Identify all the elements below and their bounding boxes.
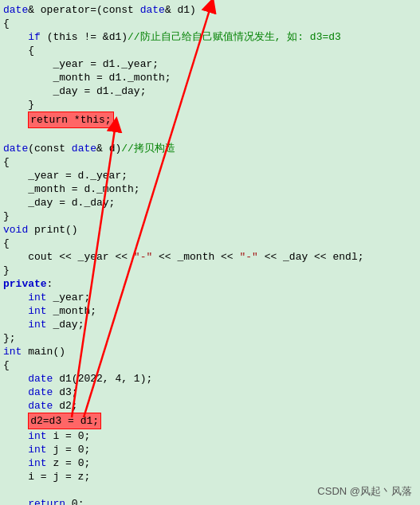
code-line-23: int _month; [0,304,420,318]
code-line-13: _year = d._year; [0,169,420,182]
code-container: date& operator=(const date& d1) { if (th… [0,0,420,505]
code-line-5: _year = d1._year; [0,57,420,71]
code-line-7: _day = d1._day; [0,84,420,98]
code-line-6: _month = d1._month; [0,71,420,84]
code-line-16: } [0,209,420,223]
code-line-31: d2=d3 = d1; [0,413,420,429]
code-line-32: int i = 0; [0,429,420,443]
code-line-35: i = j = z; [0,470,420,483]
code-line-22: int _year; [0,291,420,304]
code-line-15: _day = d._day; [0,196,420,209]
code-line-1: date& operator=(const date& d1) [0,3,420,17]
code-line-12: { [0,155,420,169]
code-line-28: date d1(2022, 4, 1); [0,372,420,386]
code-line-29: date d3; [0,386,420,399]
code-line-24: int _day; [0,318,420,331]
code-line-11: date(const date& d)//拷贝构造 [0,142,420,155]
code-line-20: } [0,264,420,277]
code-line-9: return *this; [0,112,420,128]
code-line-10 [0,128,420,142]
code-line-26: int main() [0,345,420,358]
code-line-8: } [0,98,420,112]
code-line-19: cout << _year << "-" << _month << "-" <<… [0,250,420,264]
code-line-27: { [0,358,420,372]
code-line-2: { [0,17,420,30]
code-line-3: if (this != &d1)//防止自己给自己赋值情况发生, 如: d3=d… [0,30,420,44]
code-line-33: int j = 0; [0,443,420,456]
code-line-4: { [0,44,420,57]
code-line-14: _month = d._month; [0,182,420,196]
code-line-21: private: [0,277,420,291]
watermark: CSDN @风起丶风落 [317,484,412,499]
code-line-18: { [0,237,420,250]
code-line-30: date d2; [0,399,420,413]
code-line-17: void print() [0,223,420,237]
code-line-34: int z = 0; [0,456,420,470]
code-line-25: }; [0,331,420,345]
